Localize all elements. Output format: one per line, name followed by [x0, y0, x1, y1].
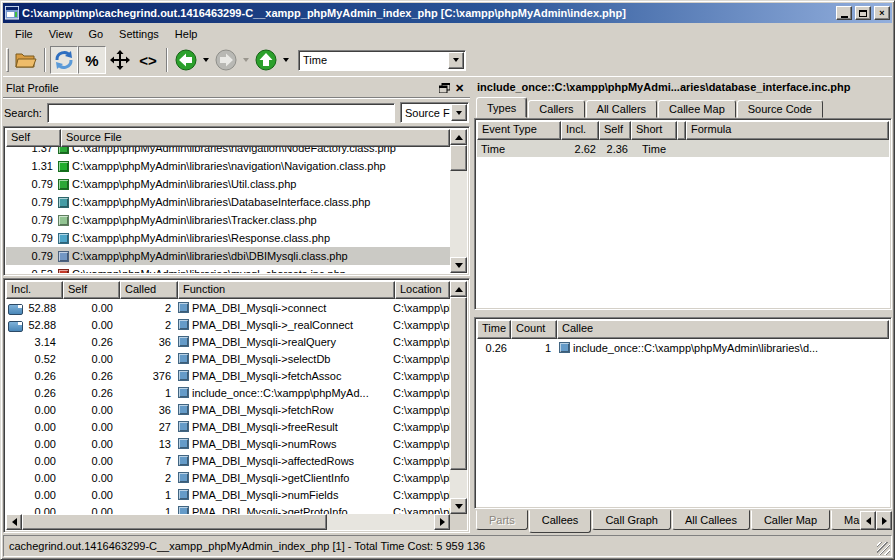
float-panel-button[interactable]	[437, 81, 452, 95]
menu-file[interactable]: File	[7, 26, 41, 42]
source-file-row[interactable]: 0.79C:\xampp\phpMyAdmin\libraries\Databa…	[6, 193, 450, 211]
group-dropdown-button[interactable]	[451, 104, 467, 121]
column-header-incl[interactable]: Incl.	[561, 121, 599, 140]
tab-caller-map[interactable]: Caller Map	[751, 510, 830, 530]
tab-parts[interactable]: Parts	[476, 510, 528, 530]
source-file-row[interactable]: 0.79C:\xampp\phpMyAdmin\libraries\dbi\DB…	[6, 247, 450, 265]
column-header-short[interactable]: Short	[631, 121, 677, 140]
function-row[interactable]: 0.000.0027PMA_DBI_Mysqli->freeResultC:\x…	[6, 418, 450, 435]
column-header-location[interactable]: Location	[395, 281, 450, 299]
expand-depth-button[interactable]	[106, 46, 134, 74]
close-button[interactable]: ×	[874, 6, 890, 20]
minimize-button[interactable]	[836, 6, 852, 20]
source-file-row[interactable]: 0.79C:\xampp\phpMyAdmin\libraries\Util.c…	[6, 175, 450, 193]
scroll-down-button[interactable]	[450, 498, 467, 514]
source-file-row[interactable]: 1.37C:\xampp\phpMyAdmin\libraries\naviga…	[6, 147, 450, 157]
refresh-button[interactable]	[50, 46, 78, 74]
scrollbar-thumb[interactable]	[22, 514, 327, 530]
file-list-vertical-scrollbar[interactable]	[450, 129, 467, 273]
function-table-horizontal-scrollbar[interactable]	[6, 514, 450, 530]
function-row[interactable]: 3.140.2636PMA_DBI_Mysqli->realQueryC:\xa…	[6, 333, 450, 350]
source-file-row[interactable]: 0.52C:\xampp\phpMyAdmin\libraries\mysql_…	[6, 265, 450, 273]
column-header-time[interactable]: Time	[477, 320, 511, 339]
source-file-row[interactable]: 0.79C:\xampp\phpMyAdmin\libraries\Tracke…	[6, 211, 450, 229]
column-header-called[interactable]: Called	[120, 281, 178, 299]
up-button[interactable]	[252, 46, 280, 74]
scrollbar-thumb[interactable]	[450, 297, 467, 470]
menu-help[interactable]: Help	[167, 26, 206, 42]
tab-callee-map[interactable]: Callee Map	[658, 100, 736, 118]
source-file-row[interactable]: 0.79C:\xampp\phpMyAdmin\libraries\Respon…	[6, 229, 450, 247]
column-header-source-file[interactable]: Source File	[61, 129, 450, 147]
tab-all-callers[interactable]: All Callers	[586, 100, 658, 118]
function-table-vertical-scrollbar[interactable]	[450, 281, 467, 514]
close-panel-button[interactable]: ✕	[452, 81, 467, 95]
column-header-count[interactable]: Count	[511, 320, 557, 339]
scroll-right-button[interactable]	[434, 514, 450, 530]
back-button[interactable]	[172, 46, 200, 74]
tab-all-callees[interactable]: All Callees	[672, 510, 750, 530]
triangle-left-icon	[12, 518, 17, 526]
event-type-dropdown-button[interactable]	[448, 52, 464, 69]
search-input[interactable]	[47, 103, 395, 123]
function-row[interactable]: 0.000.001PMA_DBI_Mysqli->numFieldsC:\xam…	[6, 486, 450, 503]
scroll-left-button[interactable]	[6, 514, 22, 530]
tab-scroll-left-button[interactable]	[860, 511, 876, 530]
resize-grip[interactable]	[877, 542, 890, 555]
menu-settings[interactable]: Settings	[111, 26, 167, 42]
scroll-down-button[interactable]	[450, 257, 467, 273]
back-dropdown-arrow[interactable]	[203, 58, 209, 62]
location-value: C:\xampp\phpMy	[393, 404, 450, 416]
right-panel-splitter[interactable]	[474, 310, 892, 317]
tab-scroll-right-button[interactable]	[876, 511, 892, 530]
function-row[interactable]: 0.000.0013PMA_DBI_Mysqli->numRowsC:\xamp…	[6, 435, 450, 452]
tab-types[interactable]: Types	[476, 97, 527, 118]
relative-cost-button[interactable]: <>	[134, 46, 162, 74]
title-bar[interactable]: C:\xampp\tmp\cachegrind.out.1416463299-C…	[3, 3, 892, 23]
function-row[interactable]: 0.260.261include_once::C:\xampp\phpMyAd.…	[6, 384, 450, 401]
function-row[interactable]: 0.260.26376PMA_DBI_Mysqli->fetchAssocC:\…	[6, 367, 450, 384]
event-type-row[interactable]: Time2.622.36Time	[477, 140, 889, 157]
function-icon	[178, 404, 189, 415]
maximize-button[interactable]	[855, 6, 871, 20]
scrollbar-track[interactable]	[327, 514, 434, 530]
up-dropdown-arrow[interactable]	[283, 58, 289, 62]
menu-view[interactable]: View	[41, 26, 81, 42]
tab-source-code[interactable]: Source Code	[737, 100, 823, 118]
flat-profile-dock-header[interactable]: Flat Profile ✕	[3, 79, 470, 98]
event-type-selector[interactable]: Time	[298, 50, 466, 71]
column-header-formula[interactable]: Formula	[686, 121, 889, 140]
column-header-incl[interactable]: Incl.	[6, 281, 63, 299]
tab-callers[interactable]: Callers	[528, 100, 584, 118]
function-row[interactable]: 0.520.002PMA_DBI_Mysqli->selectDbC:\xamp…	[6, 350, 450, 367]
column-header-event-type[interactable]: Event Type	[477, 121, 561, 140]
forward-button[interactable]	[212, 46, 240, 74]
scrollbar-track[interactable]	[450, 470, 467, 498]
function-row[interactable]: 0.000.001PMA_DBI_Mysqli->getProtoInfoC:\…	[6, 503, 450, 514]
column-header-self[interactable]: Self	[63, 281, 120, 299]
function-row[interactable]: 0.000.0036PMA_DBI_Mysqli->fetchRowC:\xam…	[6, 401, 450, 418]
function-row[interactable]: 0.000.002PMA_DBI_Mysqli->getClientInfoC:…	[6, 469, 450, 486]
percent-toggle-button[interactable]: %	[78, 46, 106, 74]
function-row[interactable]: 52.880.002PMA_DBI_Mysqli->_realConnectC:…	[6, 316, 450, 333]
function-row[interactable]: 52.880.002PMA_DBI_Mysqli->connectC:\xamp…	[6, 299, 450, 316]
callee-row[interactable]: 0.261include_once::C:\xampp\phpMyAdmin\l…	[477, 339, 889, 356]
group-type-selector[interactable]: Source File	[400, 102, 469, 123]
open-file-button[interactable]	[12, 46, 40, 74]
scroll-up-button[interactable]	[450, 129, 467, 145]
scrollbar-thumb[interactable]	[450, 145, 467, 171]
menu-go[interactable]: Go	[80, 26, 111, 42]
column-header-callee[interactable]: Callee	[557, 320, 889, 339]
column-header-spacer[interactable]	[677, 121, 686, 140]
function-row[interactable]: 0.000.007PMA_DBI_Mysqli->affectedRowsC:\…	[6, 452, 450, 469]
scroll-up-button[interactable]	[450, 281, 467, 297]
forward-dropdown-arrow[interactable]	[243, 58, 249, 62]
source-file-row[interactable]: 1.31C:\xampp\phpMyAdmin\libraries\naviga…	[6, 157, 450, 175]
scrollbar-track[interactable]	[450, 171, 467, 257]
column-header-self[interactable]: Self	[599, 121, 631, 140]
tab-call-graph[interactable]: Call Graph	[592, 510, 671, 530]
column-header-self[interactable]: Self	[6, 129, 61, 147]
toolbar-handle[interactable]	[6, 48, 9, 72]
column-header-function[interactable]: Function	[178, 281, 395, 299]
tab-callees[interactable]: Callees	[529, 510, 592, 533]
